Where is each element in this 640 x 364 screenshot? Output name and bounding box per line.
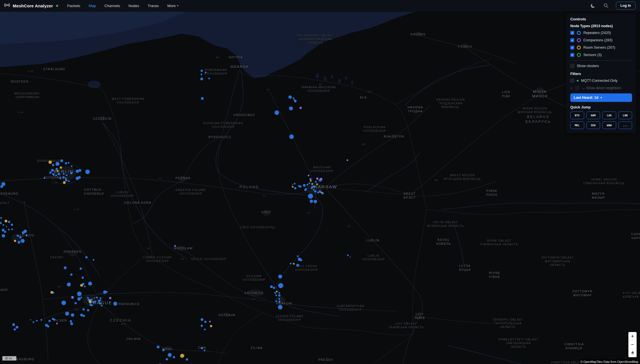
node-dot[interactable] [294, 187, 296, 189]
node-dot[interactable] [88, 282, 92, 286]
node-dot[interactable] [311, 187, 312, 189]
node-dot[interactable] [311, 183, 313, 185]
node-dot[interactable] [68, 162, 69, 164]
node-dot[interactable] [201, 74, 202, 75]
node-dot[interactable] [292, 184, 293, 185]
nav-link-more[interactable]: More ▾ [167, 4, 178, 8]
node-dot[interactable] [294, 101, 295, 102]
node-dot[interactable] [96, 297, 98, 298]
node-dot[interactable] [293, 263, 295, 265]
node-dot[interactable] [83, 315, 85, 317]
nav-link-map[interactable]: Map [89, 4, 96, 8]
node-dot[interactable] [47, 325, 49, 327]
node-dot[interactable] [307, 184, 308, 185]
quick-jump-lax-button[interactable]: LAX [602, 112, 616, 119]
node-dot[interactable] [166, 358, 168, 360]
node-dot[interactable] [76, 177, 79, 180]
node-dot[interactable] [14, 240, 16, 242]
node-dot[interactable] [304, 189, 307, 191]
node-dot[interactable] [94, 297, 95, 299]
node-dot[interactable] [48, 160, 52, 164]
node-dot[interactable] [299, 107, 302, 109]
node-dot[interactable] [8, 229, 10, 230]
node-dot[interactable] [65, 179, 67, 181]
node-dot[interactable] [314, 186, 315, 187]
node-dot[interactable] [11, 228, 13, 230]
node-dot[interactable] [12, 323, 15, 326]
node-dot[interactable] [275, 294, 277, 296]
node-dot[interactable] [78, 169, 81, 172]
node-dot[interactable] [92, 301, 95, 303]
node-dot[interactable] [310, 200, 313, 203]
node-dot[interactable] [59, 177, 61, 179]
node-dot[interactable] [298, 185, 300, 187]
map-canvas[interactable]: WARSAWPRAGUEBERLINGDANSKMINSKМИНСКPOLAND… [0, 11, 640, 364]
node-dot[interactable] [209, 321, 211, 322]
quick-jump-more-button[interactable]: ... [618, 121, 632, 129]
zoom-in-button[interactable]: + [628, 332, 637, 340]
node-dot[interactable] [201, 97, 204, 100]
node-dot[interactable] [65, 177, 67, 179]
node-dot[interactable] [36, 320, 38, 322]
node-dot[interactable] [109, 297, 111, 299]
mqtt-checkbox[interactable] [570, 79, 574, 83]
nav-link-traces[interactable]: Traces [148, 4, 159, 8]
node-dot[interactable] [66, 174, 67, 176]
node-dot[interactable] [0, 217, 2, 219]
node-dot[interactable] [205, 72, 207, 73]
node-dot[interactable] [5, 220, 7, 222]
node-dot[interactable] [278, 275, 282, 279]
last-heard-select[interactable]: Last Heard: 1d ▾ [570, 93, 632, 102]
node-dot[interactable] [52, 164, 54, 166]
node-dot[interactable] [70, 273, 73, 276]
node-dot[interactable] [33, 321, 34, 323]
nav-link-nodes[interactable]: Nodes [129, 4, 139, 8]
node-dot[interactable] [275, 300, 277, 302]
compass-reset-button[interactable] [628, 349, 637, 357]
node-dot[interactable] [65, 312, 69, 316]
node-dot[interactable] [0, 185, 3, 188]
node-dot[interactable] [309, 182, 310, 184]
node-dot[interactable] [201, 347, 203, 349]
node-dot[interactable] [208, 78, 210, 79]
search-icon[interactable] [603, 3, 609, 9]
node-dot[interactable] [61, 301, 66, 305]
node-dot[interactable] [113, 302, 117, 306]
zoom-out-button[interactable]: − [628, 341, 637, 349]
node-dot[interactable] [70, 320, 72, 322]
node-dot[interactable] [278, 294, 280, 297]
node-dot[interactable] [24, 230, 27, 233]
node-dot[interactable] [26, 235, 27, 236]
node-dot[interactable] [57, 170, 58, 172]
repeaters-checkbox[interactable]: ✓ [570, 31, 574, 35]
node-dot[interactable] [85, 170, 90, 174]
node-dot[interactable] [71, 313, 74, 317]
sensors-checkbox[interactable]: ✓ [570, 53, 574, 57]
node-dot[interactable] [289, 134, 294, 139]
node-dot[interactable] [204, 350, 205, 351]
node-dot[interactable] [14, 328, 16, 331]
node-dot[interactable] [87, 309, 89, 311]
node-dot[interactable] [314, 190, 316, 192]
quick-jump-waw-button[interactable]: WAW [602, 121, 616, 129]
node-dot[interactable] [278, 298, 280, 300]
node-dot[interactable] [21, 239, 25, 243]
node-dot[interactable] [288, 95, 292, 99]
node-dot[interactable] [60, 159, 63, 162]
node-dot[interactable] [274, 292, 276, 294]
node-dot[interactable] [347, 254, 349, 256]
node-dot[interactable] [346, 159, 348, 161]
node-dot[interactable] [11, 224, 13, 226]
node-dot[interactable] [273, 287, 275, 289]
node-dot[interactable] [350, 256, 351, 258]
node-dot[interactable] [314, 200, 317, 203]
node-dot[interactable] [278, 301, 280, 303]
node-dot[interactable] [16, 326, 18, 329]
node-dot[interactable] [18, 241, 20, 244]
node-dot[interactable] [313, 189, 314, 190]
node-dot[interactable] [99, 299, 101, 301]
node-dot[interactable] [289, 106, 293, 110]
node-dot[interactable] [93, 259, 94, 261]
node-dot[interactable] [322, 192, 324, 194]
room-servers-checkbox[interactable]: ✓ [570, 46, 574, 50]
